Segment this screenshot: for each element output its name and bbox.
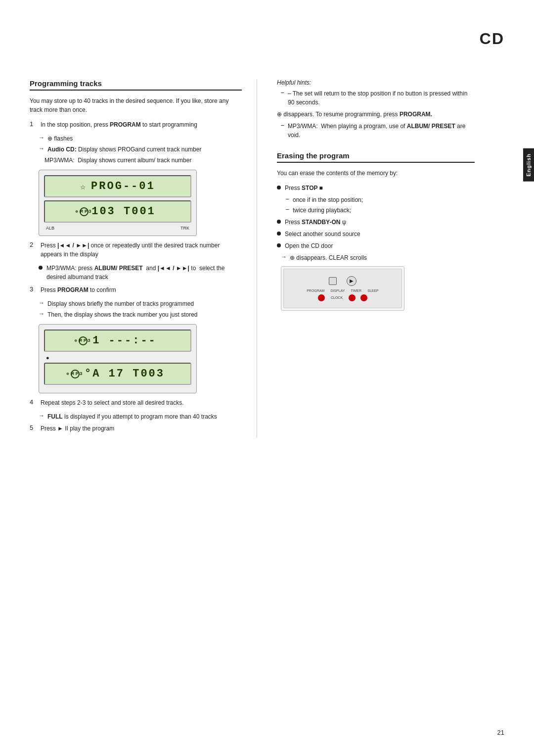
label-display: DISPLAY (330, 289, 345, 292)
clock-label: CLOCK (331, 294, 343, 301)
erase-sub-1-content: once if in the stop position; (293, 195, 363, 204)
hint-2: ⊕ disappears. To resume programming, pre… (277, 110, 475, 119)
step-3-arrow-2: → Then, the display shows the track numb… (39, 310, 242, 319)
alb-trk-labels: ALB TRK (44, 226, 191, 231)
erase-arrow: → ⊕ disappears. CLEAR scrolls (281, 253, 475, 262)
erasing-intro: You can erase the contents of the memory… (277, 169, 475, 178)
label-sleep: SLEEP (367, 289, 379, 292)
step-4-arrow: → FULL is displayed if you attempt to pr… (39, 412, 242, 421)
step-3-content: Press PROGRAM to confirm (41, 285, 242, 294)
mp3-badge: MP3 (81, 209, 93, 214)
step-3: 3 Press PROGRAM to confirm (30, 285, 242, 294)
helpful-hints-label: Helpful hints: (277, 79, 475, 86)
dash-icon-1: – (281, 89, 288, 96)
label-timer: TIMER (351, 289, 361, 292)
cd-panel-inner: ▶ PROGRAM DISPLAY TIMER SLEEP CLOCK (283, 269, 402, 308)
display-screen-4: ⊕MP3 °A 17 T003 (44, 363, 191, 385)
erase-stop-content: Press STOP ■ (285, 184, 323, 192)
page-container: CD English Programming tracks You may st… (0, 0, 534, 756)
erase-sub-2: – twice during playback; (286, 206, 475, 215)
prog-text-1: PROG--01 (91, 180, 155, 192)
step-3-arrow-2-content: Then, the display shows the track number… (47, 310, 198, 319)
cd-stop-button (329, 277, 337, 285)
cd-play-button: ▶ (347, 276, 356, 286)
circle-icon-3: ⊕MP3 (71, 370, 80, 378)
erase-source-content: Select another sound source (285, 230, 360, 238)
step-4-number: 4 (30, 398, 39, 406)
display-text-2: 103 T001 (91, 205, 156, 218)
cd-dot-3 (360, 294, 367, 301)
step-4-arrow-content: FULL is displayed if you attempt to prog… (47, 412, 217, 421)
circle-dot-stop (277, 186, 281, 189)
erase-arrow-content: ⊕ disappears. CLEAR scrolls (290, 253, 367, 262)
erase-cd-door-content: Open the CD door (285, 241, 333, 250)
cd-panel-labels: PROGRAM DISPLAY TIMER SLEEP (307, 289, 379, 292)
arrow-icon-2: → (39, 145, 45, 152)
step-1-content: In the stop position, press PROGRAM to s… (41, 120, 242, 129)
cd-panel-image: ▶ PROGRAM DISPLAY TIMER SLEEP CLOCK (281, 266, 404, 311)
display-text-4: °A 17 T003 (85, 368, 165, 380)
content-area: Programming tracks You may store up to 4… (0, 79, 534, 438)
step-3-arrow-1-content: Display shows briefly the number of trac… (47, 299, 194, 308)
display-screen-3: ⊕MP3 1 ---:-- (44, 330, 191, 352)
erase-sub-2-content: twice during playback; (293, 206, 351, 215)
arrow-erase: → (281, 253, 288, 260)
step-5: 5 Press ► II play the program (30, 424, 242, 433)
step-4: 4 Repeat steps 2-3 to select and store a… (30, 398, 242, 407)
step-5-number: 5 (30, 424, 39, 431)
erasing-title: Erasing the program (277, 151, 475, 163)
arrow-icon-5: → (39, 412, 45, 419)
erase-standby-content: Press STANDBY-ON ψ (285, 218, 346, 227)
display-text-3: 1 ---:-- (92, 334, 157, 347)
page-number: 21 (497, 729, 504, 736)
step-2-mp3-content: MP3/WMA: press ALBUM/ PRESET and |◄◄ / ►… (46, 264, 242, 282)
arrow-icon-4: → (39, 310, 45, 317)
erase-step-cd-door: Open the CD door (277, 241, 475, 250)
erase-step-stop: Press STOP ■ (277, 184, 475, 192)
step-2-mp3: MP3/WMA: press ALBUM/ PRESET and |◄◄ / ►… (39, 264, 242, 282)
step-3-arrow-1: → Display shows briefly the number of tr… (39, 299, 242, 308)
step-5-content: Press ► II play the program (41, 424, 242, 433)
hint-2-bold: PROGRAM. (400, 111, 432, 118)
step-1: 1 In the stop position, press PROGRAM to… (30, 120, 242, 129)
arrow-icon-1: → (39, 134, 45, 141)
hint-3-content: MP3/WMA: When playing a program, use of … (288, 122, 475, 140)
step-1-arrow-2: → Audio CD: Display shows PROGand curren… (39, 145, 242, 154)
circle-dot-1 (39, 266, 43, 270)
display-screen-1: ☆ PROG--01 (44, 175, 191, 197)
erase-step-standby: Press STANDBY-ON ψ (277, 218, 475, 227)
display-row-2: ⊕MP3 103 T001 (80, 205, 156, 218)
circle-dot-standby (277, 220, 281, 224)
display-3-note: ● (46, 355, 191, 361)
right-column: Helpful hints: – – The set will return t… (257, 79, 475, 438)
display-row-3: ⊕MP3 1 ---:-- (79, 334, 157, 347)
hint-1-content: – The set will return to the stop positi… (288, 89, 475, 107)
hint-3: – MP3/WMA: When playing a program, use o… (281, 122, 475, 140)
step-4-content: Repeat steps 2-3 to select and store all… (41, 398, 242, 407)
erase-sub-1: – once if in the stop position; (286, 195, 475, 204)
step-3-number: 3 (30, 285, 39, 293)
display-panel-1: ☆ PROG--01 ⊕MP3 103 T001 ALB TRK (39, 170, 197, 236)
erase-step-source: Select another sound source (277, 230, 475, 238)
display-screen-2: ⊕MP3 103 T001 (44, 200, 191, 223)
dash-icon-2: – (281, 122, 288, 129)
step-2-content: Press |◄◄ / ►►| once or repeatedly until… (41, 241, 242, 259)
step-1-mp3-note: MP3/WMA: Display shows current album/ tr… (44, 156, 242, 165)
step-1-arrow-1: → ⊕ flashes (39, 134, 242, 143)
step-1-arrow-2-content: Audio CD: Display shows PROGand current … (47, 145, 201, 154)
mp3-badge-2: MP3 (80, 338, 92, 343)
cd-panel-buttons: ▶ (329, 276, 356, 286)
arrow-icon-3: → (39, 299, 45, 306)
step-1-number: 1 (30, 120, 39, 128)
trk-label: TRK (180, 226, 189, 231)
display-row-4: ⊕MP3 °A 17 T003 (71, 368, 165, 380)
english-tab: English (523, 148, 534, 182)
cd-label: CD (480, 30, 504, 48)
circle-icon-2: ⊕MP3 (79, 336, 88, 345)
alb-label: ALB (46, 226, 54, 231)
step-2: 2 Press |◄◄ / ►►| once or repeatedly unt… (30, 241, 242, 259)
hint-1: – – The set will return to the stop posi… (281, 89, 475, 107)
cd-dot-2 (349, 294, 356, 301)
circle-dot-source (277, 232, 281, 236)
left-column: Programming tracks You may store up to 4… (30, 79, 257, 438)
